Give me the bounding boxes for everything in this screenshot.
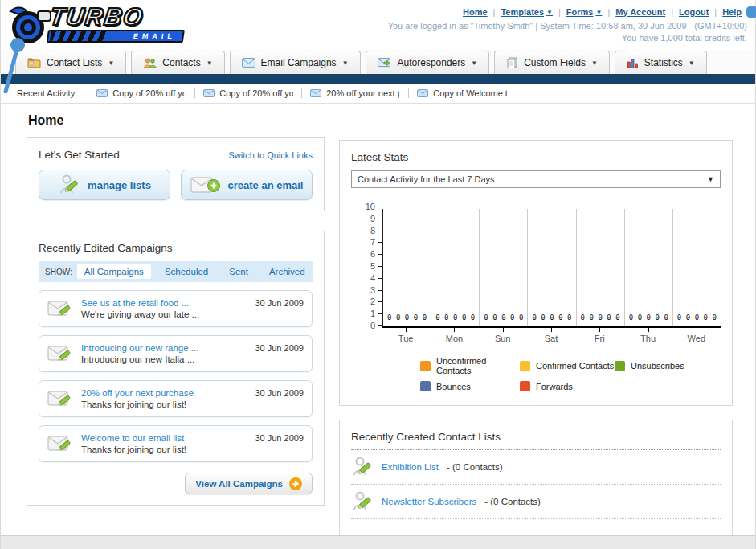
chevron-down-icon: ▼ xyxy=(595,9,602,16)
y-axis-label: 5 xyxy=(370,262,375,270)
chart-day-group: 00000 xyxy=(431,209,479,326)
users-icon xyxy=(143,57,157,68)
legend-label: Confirmed Contacts xyxy=(536,361,614,371)
chart-day-group: 00000 xyxy=(527,209,575,326)
y-axis-label: 0 xyxy=(370,322,375,330)
user-pencil-icon xyxy=(58,174,80,196)
campaign-filter-scheduled[interactable]: Scheduled xyxy=(157,264,215,279)
main-nav-tab-autoresponders[interactable]: Autoresponders▼ xyxy=(366,51,490,74)
stats-report-select[interactable]: Contact Activity for the Last 7 Days ▼ xyxy=(351,170,721,188)
top-nav-link-templates[interactable]: Templates▼ xyxy=(501,7,553,17)
arrow-circle-icon xyxy=(289,477,302,490)
x-axis-label: Thu xyxy=(623,328,672,343)
main-nav-tab-email-campaigns[interactable]: Email Campaigns▼ xyxy=(230,51,361,74)
y-axis-label: 2 xyxy=(370,297,375,305)
logo-text-turbo: TURBO xyxy=(48,5,188,29)
navy-divider-bar xyxy=(1,74,755,84)
y-axis-label: 10 xyxy=(366,203,375,211)
show-label: SHOW: xyxy=(45,268,72,277)
chevron-down-icon: ▼ xyxy=(689,59,695,67)
contact-list-name-link[interactable]: Newsletter Subscribers xyxy=(382,497,476,506)
session-info: You are logged in as "Timothy Smith" | S… xyxy=(388,21,747,31)
campaign-list-item[interactable]: 20% off your next purchaseThanks for joi… xyxy=(39,380,313,417)
legend-item: Forwards xyxy=(520,381,615,391)
y-axis-tick xyxy=(378,254,382,255)
campaign-title-link[interactable]: 20% off your next purchase xyxy=(81,388,247,398)
chart-value-labels: 00000 xyxy=(431,313,479,326)
campaign-filter-archived[interactable]: Archived xyxy=(262,264,313,279)
campaign-title-link[interactable]: Welcome to our email list xyxy=(81,433,247,443)
main-nav-tab-contact-lists[interactable]: Contact Lists▼ xyxy=(15,51,126,74)
envelope-pencil-icon xyxy=(47,343,73,364)
top-nav-link-home[interactable]: Home xyxy=(463,7,488,17)
contact-list-item[interactable]: Newsletter Subscribers - (0 Contacts) xyxy=(351,485,721,519)
recent-activity-item[interactable]: 20% off your next p xyxy=(302,88,409,98)
contact-list-name-link[interactable]: Exhibition List xyxy=(382,462,439,472)
folder-user-icon xyxy=(27,57,41,68)
top-nav-link-logout[interactable]: Logout xyxy=(679,7,709,17)
envelope-pencil-icon xyxy=(47,433,73,454)
envelope-small-icon xyxy=(417,89,428,97)
top-nav-link-help[interactable]: Help xyxy=(722,7,742,17)
x-axis-label: Mon xyxy=(430,328,478,343)
x-axis-label: Sat xyxy=(527,328,575,343)
campaign-info: Introducing our new range ...Introducing… xyxy=(81,343,247,364)
campaign-filter-sent[interactable]: Sent xyxy=(222,264,255,279)
campaign-list-item[interactable]: See us at the retail food ...We're givin… xyxy=(39,290,313,327)
campaign-date: 30 Jun 2009 xyxy=(255,388,304,398)
logo-text-email: EMAIL xyxy=(133,32,176,40)
chart-x-axis: TueMonSunSatFriThuWed xyxy=(382,328,721,343)
chevron-down-icon: ▼ xyxy=(206,59,213,67)
main-nav-tab-contacts[interactable]: Contacts▼ xyxy=(131,51,224,74)
x-axis-tick xyxy=(599,328,600,332)
recent-activity-bar: Recent Activity: Copy of 20% off yoCopy … xyxy=(1,84,755,104)
y-axis-tick xyxy=(378,313,382,314)
recent-contact-lists-panel: Recently Created Contact Lists Exhibitio… xyxy=(339,420,733,549)
recent-activity-item[interactable]: Copy of 20% off yo xyxy=(88,88,195,98)
chevron-down-icon: ▼ xyxy=(546,9,553,16)
top-nav-link-forms[interactable]: Forms▼ xyxy=(566,7,603,17)
recent-activity-item[interactable]: Copy of Welcome to xyxy=(409,88,515,98)
legend-item: Confirmed Contacts xyxy=(520,356,615,375)
recent-activity-item[interactable]: Copy of 20% off yo xyxy=(195,88,302,98)
chevron-down-icon: ▼ xyxy=(471,59,477,67)
chart-value-labels: 00000 xyxy=(383,313,431,326)
recent-campaigns-title: Recently Edited Campaigns xyxy=(39,242,313,254)
campaign-list-item[interactable]: Welcome to our email listThanks for join… xyxy=(39,425,313,462)
main-nav-tab-custom-fields[interactable]: Custom Fields▼ xyxy=(494,51,610,74)
help-bubble-icon[interactable] xyxy=(746,6,756,18)
y-axis-label: 4 xyxy=(370,274,375,282)
manage-lists-button[interactable]: manage lists xyxy=(39,170,170,200)
recent-activity-text: 20% off your next p xyxy=(326,88,400,98)
campaign-filter-all-campaigns[interactable]: All Campaigns xyxy=(77,264,151,279)
chart-value-labels: 00000 xyxy=(528,313,575,326)
campaign-list-item[interactable]: Introducing our new range ...Introducing… xyxy=(39,335,313,372)
top-nav-separator: | xyxy=(714,7,717,17)
page-bottom-strip xyxy=(1,535,755,549)
campaign-title-link[interactable]: Introducing our new range ... xyxy=(81,343,247,353)
create-an-email-button[interactable]: create an email xyxy=(181,170,313,200)
campaign-title-link[interactable]: See us at the retail food ... xyxy=(81,298,247,308)
tab-label: Contacts xyxy=(162,57,200,68)
top-nav-link-my-account[interactable]: My Account xyxy=(615,7,665,17)
y-axis-label: 3 xyxy=(370,286,375,294)
main-nav-tab-statistics[interactable]: Statistics▼ xyxy=(615,51,707,74)
chevron-down-icon: ▼ xyxy=(108,59,114,67)
x-axis-tick xyxy=(648,328,649,332)
view-all-campaigns-button[interactable]: View All Campaigns xyxy=(185,473,313,494)
chart-plot-area: 1098765432100000000000000000000000000000… xyxy=(382,209,721,328)
switch-quick-links-link[interactable]: Switch to Quick Links xyxy=(228,150,313,160)
legend-swatch xyxy=(615,361,625,371)
contact-list-item[interactable]: Exhibition List - (0 Contacts) xyxy=(351,450,721,485)
button-label: create an email xyxy=(228,179,304,191)
x-axis-label: Fri xyxy=(575,328,623,343)
chart-day-group: 00000 xyxy=(672,209,721,326)
x-axis-tick xyxy=(697,328,697,332)
turbo-email-logo[interactable]: TURBO EMAIL xyxy=(7,3,192,47)
button-label: manage lists xyxy=(88,179,151,191)
y-axis-label: 9 xyxy=(370,215,375,223)
campaign-date: 30 Jun 2009 xyxy=(255,298,304,308)
y-axis-tick xyxy=(378,231,382,231)
recent-activity-items: Copy of 20% off yoCopy of 20% off yo20% … xyxy=(88,88,515,98)
campaign-subject: Thanks for joining our list! xyxy=(81,445,247,454)
